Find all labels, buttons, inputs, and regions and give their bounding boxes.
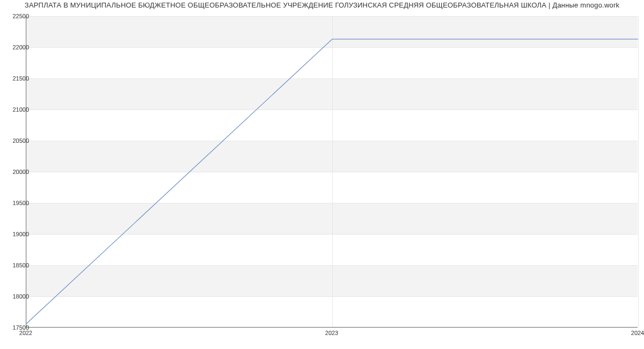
grid-vline xyxy=(638,16,639,327)
y-tick-label: 22500 xyxy=(5,13,29,19)
y-tick-label: 21500 xyxy=(5,75,29,82)
y-tick-label: 19000 xyxy=(5,231,29,237)
data-line xyxy=(26,39,638,324)
y-tick-label: 21000 xyxy=(5,106,29,113)
x-tick-label: 2023 xyxy=(325,330,338,336)
line-series xyxy=(26,16,638,328)
y-tick-label: 22000 xyxy=(5,44,29,50)
y-tick-label: 18000 xyxy=(5,293,29,300)
y-tick-label: 20000 xyxy=(5,169,29,175)
y-tick-label: 20500 xyxy=(5,137,29,144)
plot-area xyxy=(26,16,638,328)
x-tick-label: 2024 xyxy=(631,330,644,336)
x-tick-label: 2022 xyxy=(19,330,32,336)
chart-title: ЗАРПЛАТА В МУНИЦИПАЛЬНОЕ БЮДЖЕТНОЕ ОБЩЕО… xyxy=(0,1,644,9)
y-tick-label: 19500 xyxy=(5,200,29,206)
grid-line xyxy=(26,328,638,328)
chart-container: ЗАРПЛАТА В МУНИЦИПАЛЬНОЕ БЮДЖЕТНОЕ ОБЩЕО… xyxy=(0,0,644,349)
y-tick-label: 18500 xyxy=(5,262,29,268)
